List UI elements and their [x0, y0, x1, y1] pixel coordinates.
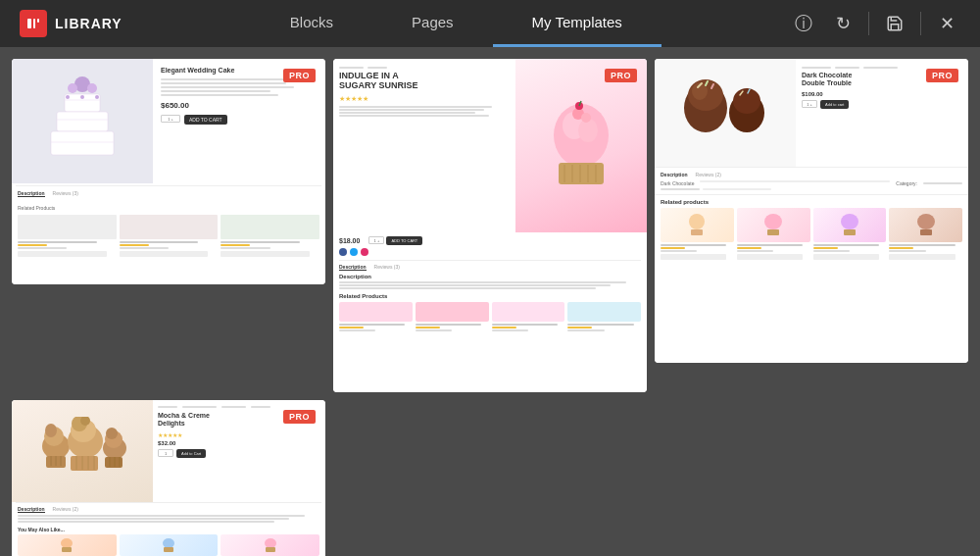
- template-card-mocha-creme[interactable]: PRO: [12, 400, 325, 556]
- svg-rect-7: [57, 112, 108, 131]
- nav-tabs: Blocks Pages My Templates: [142, 0, 770, 47]
- close-button[interactable]: ✕: [929, 6, 964, 41]
- svg-point-40: [764, 214, 782, 229]
- svg-rect-45: [920, 229, 932, 235]
- header-actions: ⓘ ↻ ✕: [770, 6, 980, 41]
- tab-my-templates[interactable]: My Templates: [493, 0, 662, 47]
- svg-point-35: [733, 88, 760, 114]
- svg-rect-39: [691, 229, 703, 235]
- main-content: PRO: [0, 47, 980, 556]
- add-to-cart-button[interactable]: Add to Cart: [176, 449, 206, 458]
- svg-point-14: [95, 95, 99, 99]
- svg-point-44: [917, 214, 935, 229]
- svg-point-64: [106, 428, 118, 439]
- svg-point-4: [68, 83, 77, 93]
- svg-point-42: [841, 214, 858, 229]
- svg-point-12: [66, 95, 70, 99]
- add-to-cart-button[interactable]: ADD TO CART: [184, 115, 227, 125]
- svg-point-69: [61, 538, 73, 548]
- card-price: $109.00: [802, 91, 962, 97]
- action-divider: [868, 12, 869, 35]
- related-title: Related Products: [18, 205, 319, 211]
- template-card-dark-chocolate[interactable]: PRO: [655, 59, 968, 363]
- elementor-logo-icon: [20, 10, 47, 37]
- card-price: $32.00: [158, 440, 320, 446]
- svg-rect-43: [844, 229, 856, 235]
- pro-badge: PRO: [605, 69, 637, 82]
- svg-point-71: [163, 538, 174, 548]
- template-card-wedding-cake[interactable]: PRO: [12, 59, 325, 284]
- svg-point-19: [581, 113, 591, 123]
- svg-rect-2: [37, 19, 39, 23]
- action-divider-2: [920, 12, 921, 35]
- library-title: LIBRARY: [55, 16, 122, 31]
- svg-point-38: [689, 214, 705, 229]
- card-preview: Elegant Wedding Cake $650.00 1 +: [12, 59, 325, 284]
- pro-badge: PRO: [283, 69, 316, 82]
- svg-rect-72: [164, 547, 173, 552]
- template-grid-area[interactable]: PRO: [0, 47, 980, 556]
- svg-rect-22: [559, 163, 604, 184]
- svg-rect-41: [767, 229, 779, 235]
- svg-rect-8: [51, 131, 114, 155]
- card-price: $650.00: [161, 101, 318, 110]
- svg-rect-1: [33, 19, 35, 28]
- pro-badge: PRO: [926, 69, 958, 82]
- tab-pages[interactable]: Pages: [372, 0, 493, 47]
- refresh-button[interactable]: ↻: [825, 6, 860, 41]
- info-button[interactable]: ⓘ: [786, 6, 821, 41]
- add-to-cart-button[interactable]: ADD TO CART: [386, 236, 422, 245]
- template-grid: PRO: [8, 55, 972, 556]
- template-card-sugary-sunrise[interactable]: PRO: [333, 59, 647, 392]
- save-button[interactable]: [877, 6, 912, 41]
- header: LIBRARY Blocks Pages My Templates ⓘ ↻ ✕: [0, 0, 980, 47]
- svg-point-73: [265, 538, 276, 548]
- svg-point-13: [80, 95, 84, 99]
- tab-blocks[interactable]: Blocks: [251, 0, 372, 47]
- svg-point-48: [45, 424, 57, 437]
- card-preview: Dark ChocolateDouble Trouble $109.00 1 +…: [655, 59, 968, 363]
- pro-badge: PRO: [283, 410, 316, 424]
- card-preview: Mocha & CremeDelights ★★★★★ $32.00 1 Add…: [12, 400, 325, 556]
- svg-point-5: [87, 83, 97, 93]
- card-preview: INDULGE IN ASUGARY SUNRISE ★★★★★ $18.00: [333, 59, 647, 392]
- svg-rect-0: [27, 19, 31, 28]
- svg-rect-74: [266, 547, 275, 552]
- card-price: $18.00: [339, 237, 360, 244]
- svg-point-17: [578, 119, 598, 142]
- card-title: INDULGE IN ASUGARY SUNRISE: [339, 72, 510, 91]
- svg-rect-70: [62, 547, 72, 552]
- add-to-cart-button[interactable]: Add to cart: [820, 100, 849, 109]
- logo-area: LIBRARY: [0, 10, 142, 37]
- card-image: [12, 59, 153, 183]
